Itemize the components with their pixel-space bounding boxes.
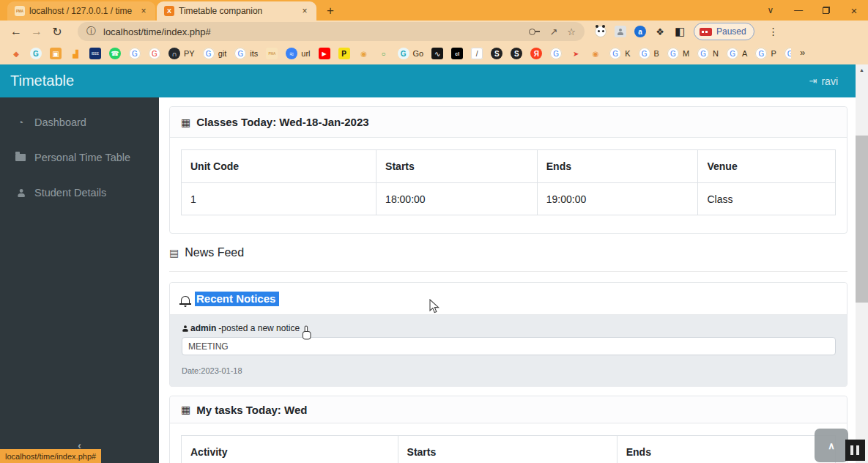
kite-icon: ➤ <box>570 48 582 59</box>
bookmark-google-p[interactable]: GP <box>755 48 776 59</box>
google-k-icon: G <box>609 48 621 59</box>
classes-card-title: Classes Today: Wed-18-Jan-2023 <box>196 116 368 128</box>
password-key-icon[interactable] <box>529 28 540 35</box>
status-bar-url: localhost/time/index.php# <box>0 449 101 463</box>
dashboard-icon: ◔ <box>15 116 26 128</box>
bookmark-seagull[interactable]: ∿ <box>431 48 443 59</box>
bookmark-google-git[interactable]: Ggit <box>203 48 227 59</box>
column-header: Ends <box>537 150 698 183</box>
google-k-label: K <box>625 49 630 58</box>
bookmark-youtube[interactable]: ▶ <box>319 48 330 59</box>
app-brand: Timetable <box>10 73 74 89</box>
tasks-table: Activity Starts Ends <box>181 435 836 463</box>
tab-close-icon[interactable]: × <box>299 5 311 17</box>
bookmark-google-a[interactable]: GA <box>727 48 747 59</box>
bookmark-star-icon[interactable]: ☆ <box>567 26 576 37</box>
tab-phpmyadmin[interactable]: PMA localhost / 127.0.0.1 / time / clas … <box>7 1 155 21</box>
column-header: Venue <box>698 150 836 183</box>
sidebar-item-label: Dashboard <box>34 116 86 128</box>
bookmark-google-k[interactable]: GK <box>609 48 630 59</box>
google-its-icon: G <box>234 48 246 59</box>
dark-mode-extension-icon[interactable]: ◧ <box>674 26 686 37</box>
bookmark-google-2[interactable]: G <box>149 48 160 59</box>
panda-extension-icon[interactable] <box>595 26 607 37</box>
bookmark-screencast[interactable]: ▣ <box>50 48 62 59</box>
omnibox-actions: ↗ ☆ <box>529 26 576 37</box>
scroll-to-top-button[interactable]: ∧ <box>815 429 848 462</box>
address-bar[interactable]: ⓘ localhost/time/index.php# ↗ ☆ <box>78 22 585 41</box>
google-i-icon: G <box>784 48 791 59</box>
scrollbar-up-icon[interactable]: ▲ <box>856 67 868 73</box>
bookmark-film-camera[interactable]: ◉ <box>358 48 370 59</box>
bookmark-p-yellow[interactable]: P <box>338 48 350 59</box>
news-feed-heading: ▤ News Feed <box>169 246 244 259</box>
bookmark-phpmyadmin[interactable]: PMA <box>266 48 278 59</box>
paused-label: Paused <box>716 26 746 37</box>
my-tasks-card: ▦ My tasks Today: Wed Activity Starts En… <box>169 396 847 463</box>
bookmark-runner[interactable]: / <box>471 48 483 59</box>
notice-date: Date:2023-01-18 <box>182 366 835 375</box>
bookmark-s-badge-1[interactable]: S <box>491 48 502 59</box>
bookmark-s-badge-2[interactable]: S <box>511 48 522 59</box>
bookmark-google-n[interactable]: GN <box>697 48 719 59</box>
cell-venue: Class <box>698 183 836 215</box>
tab-search-icon[interactable]: ∨ <box>757 0 784 21</box>
restore-button[interactable] <box>812 0 840 21</box>
google-git-icon: G <box>203 48 215 59</box>
site-info-icon[interactable]: ⓘ <box>86 25 96 38</box>
bookmark-ieee[interactable]: IEEE <box>89 48 101 59</box>
tab-timetable-companion[interactable]: X Timetable companion × <box>157 1 316 21</box>
cell-unit-code: 1 <box>182 183 376 215</box>
logout-link[interactable]: ⇥ ravi <box>809 75 838 87</box>
sidebar-item-dashboard[interactable]: ◔ Dashboard <box>0 105 159 140</box>
forward-icon[interactable]: → <box>26 22 47 41</box>
cl-badge-icon: cl <box>451 48 463 59</box>
sidebar-item-personal-time-table[interactable]: Personal Time Table <box>0 140 159 175</box>
bookmark-yandex[interactable]: Я <box>530 48 542 59</box>
close-window-button[interactable]: × <box>840 0 868 21</box>
bookmark-eye[interactable]: ◉ <box>590 48 601 59</box>
bookmark-palette-diamond[interactable]: ◆ <box>10 48 22 59</box>
google-m-label: M <box>683 49 689 58</box>
bookmark-teal-go[interactable]: GGo <box>398 48 424 59</box>
bookmark-github[interactable]: ∩PY <box>168 48 195 59</box>
bookmark-shorturl[interactable]: ≈url <box>286 48 310 59</box>
new-tab-button[interactable]: + <box>321 1 340 21</box>
page-scrollbar[interactable]: ▲ <box>856 64 868 463</box>
s-badge-1-icon: S <box>491 48 502 59</box>
notice-text-input[interactable] <box>182 337 836 355</box>
extensions-puzzle-icon[interactable]: ❖ <box>654 26 666 37</box>
reload-icon[interactable]: ↻ <box>47 22 67 41</box>
shorturl-icon: ≈ <box>286 48 297 59</box>
back-icon[interactable]: ← <box>6 22 26 41</box>
bookmark-google-1[interactable]: G <box>129 48 141 59</box>
bookmark-kite[interactable]: ➤ <box>570 48 582 59</box>
bookmark-green-ring[interactable]: ○ <box>378 48 390 59</box>
github-label: PY <box>184 49 195 58</box>
seagull-icon: ∿ <box>431 48 443 59</box>
notice-item: admin -posted a new notice Date:2023-01-… <box>170 315 847 387</box>
bookmark-google-b[interactable]: GB <box>639 48 659 59</box>
profile-extension-icon[interactable] <box>615 26 626 37</box>
bookmarks-overflow-icon[interactable]: » <box>800 47 805 58</box>
bookmark-cl-badge[interactable]: cl <box>451 48 463 59</box>
scrollbar-thumb[interactable] <box>856 136 868 303</box>
minimize-button[interactable]: — <box>784 0 812 21</box>
sidebar-item-student-details[interactable]: Student Details <box>0 175 159 210</box>
download-paused-button[interactable]: Paused <box>694 23 754 40</box>
bookmark-google-m[interactable]: GM <box>667 48 689 59</box>
browser-menu-icon[interactable]: ⋮ <box>765 23 782 40</box>
a-extension-icon[interactable]: a <box>634 26 646 37</box>
google-b-label: B <box>654 49 659 58</box>
bookmark-google-its[interactable]: Gits <box>234 48 258 59</box>
share-icon[interactable]: ↗ <box>549 26 557 37</box>
bookmark-teal-g[interactable]: G <box>30 48 42 59</box>
bookmark-analytics[interactable]: ▟ <box>70 48 81 59</box>
bookmark-whatsapp[interactable]: ☎ <box>109 48 121 59</box>
google-git-label: git <box>218 49 227 58</box>
cell-starts: 18:00:00 <box>376 183 538 215</box>
bookmark-google-i[interactable]: GI <box>784 48 791 59</box>
classes-card-header: ▦ Classes Today: Wed-18-Jan-2023 <box>170 107 847 138</box>
bookmark-google-3[interactable]: G <box>550 48 562 59</box>
tab-close-icon[interactable]: × <box>138 5 149 17</box>
